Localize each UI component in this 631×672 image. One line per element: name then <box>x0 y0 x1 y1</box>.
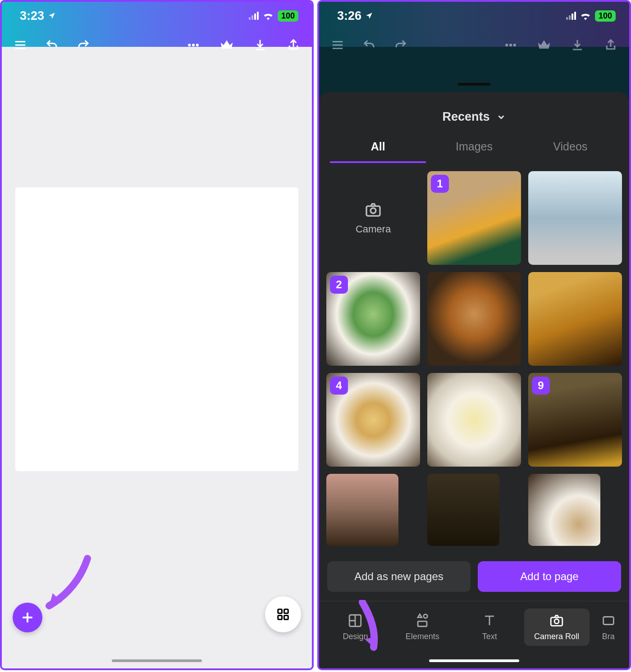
chevron-down-icon <box>496 112 506 122</box>
canvas[interactable] <box>15 187 298 471</box>
menu-icon[interactable] <box>13 37 28 53</box>
download-icon[interactable] <box>570 37 585 53</box>
pages-grid-button[interactable] <box>265 596 301 632</box>
photo-tile[interactable] <box>528 474 600 546</box>
photo-tile[interactable] <box>528 171 622 265</box>
sheet-handle[interactable] <box>458 83 490 86</box>
photo-tile[interactable]: 4 <box>326 373 420 467</box>
annotation-arrow <box>42 554 92 613</box>
photo-tile[interactable] <box>427 373 521 467</box>
brand-icon <box>601 613 616 628</box>
svg-rect-3 <box>278 609 282 613</box>
svg-point-11 <box>370 208 376 213</box>
photo-tile[interactable]: 1 <box>427 171 521 265</box>
selection-badge: 2 <box>330 276 348 294</box>
camera-label: Camera <box>356 223 391 235</box>
text-icon <box>482 613 497 628</box>
photo-tile[interactable] <box>326 474 398 546</box>
share-icon[interactable] <box>603 37 618 53</box>
home-indicator <box>429 659 519 662</box>
camera-icon <box>549 613 564 628</box>
tab-all[interactable]: All <box>330 132 426 163</box>
annotation-arrow <box>353 600 394 654</box>
camera-icon <box>364 201 382 219</box>
location-icon <box>48 12 56 20</box>
share-icon[interactable] <box>286 37 301 53</box>
photo-tile[interactable]: 9 <box>528 373 622 467</box>
shapes-icon <box>415 613 430 628</box>
camera-button[interactable]: Camera <box>326 171 420 265</box>
selection-badge: 4 <box>330 377 348 395</box>
nav-text[interactable]: Text <box>457 608 522 646</box>
svg-point-8 <box>509 44 512 46</box>
svg-rect-5 <box>278 616 282 620</box>
svg-point-13 <box>424 614 428 618</box>
status-time: 3:26 <box>337 9 361 23</box>
svg-point-16 <box>554 619 559 623</box>
svg-point-1 <box>192 44 195 46</box>
battery-badge: 100 <box>595 10 616 22</box>
photo-tile[interactable] <box>427 474 499 546</box>
wifi-icon <box>262 11 274 20</box>
menu-icon[interactable] <box>330 37 345 53</box>
crown-icon[interactable] <box>219 37 234 53</box>
selection-badge: 1 <box>431 175 449 193</box>
svg-point-7 <box>505 44 508 46</box>
signal-icon <box>249 12 259 20</box>
nav-brand[interactable]: Bra <box>591 608 626 646</box>
home-indicator <box>112 659 202 662</box>
svg-rect-4 <box>284 609 288 613</box>
more-icon[interactable] <box>503 37 518 53</box>
download-icon[interactable] <box>252 37 268 53</box>
nav-camera-roll[interactable]: Camera Roll <box>524 608 590 646</box>
more-icon[interactable] <box>186 37 201 53</box>
selection-badge: 9 <box>532 377 550 395</box>
wifi-icon <box>580 11 591 20</box>
svg-rect-14 <box>418 621 427 626</box>
undo-icon[interactable] <box>44 37 59 53</box>
svg-rect-6 <box>284 616 288 620</box>
add-to-page-button[interactable]: Add to page <box>478 561 621 592</box>
crown-icon[interactable] <box>536 37 552 53</box>
photo-tile[interactable] <box>427 272 521 366</box>
add-page-button[interactable] <box>13 603 42 632</box>
photo-tile[interactable]: 2 <box>326 272 420 366</box>
add-as-new-pages-button[interactable]: Add as new pages <box>327 561 471 592</box>
svg-point-2 <box>196 44 199 46</box>
source-dropdown[interactable]: Recents <box>319 92 629 132</box>
svg-point-9 <box>513 44 516 46</box>
signal-icon <box>566 12 576 20</box>
redo-icon[interactable] <box>393 37 408 53</box>
tab-images[interactable]: Images <box>426 132 522 163</box>
location-icon <box>365 12 373 20</box>
undo-icon[interactable] <box>361 37 377 53</box>
photo-tile[interactable] <box>528 272 622 366</box>
status-time: 3:23 <box>20 9 44 23</box>
redo-icon[interactable] <box>76 37 91 53</box>
tab-videos[interactable]: Videos <box>522 132 618 163</box>
sheet-title: Recents <box>442 110 489 124</box>
battery-badge: 100 <box>278 10 298 22</box>
nav-elements[interactable]: Elements <box>390 608 455 646</box>
svg-point-0 <box>188 44 191 46</box>
svg-rect-17 <box>603 617 613 625</box>
